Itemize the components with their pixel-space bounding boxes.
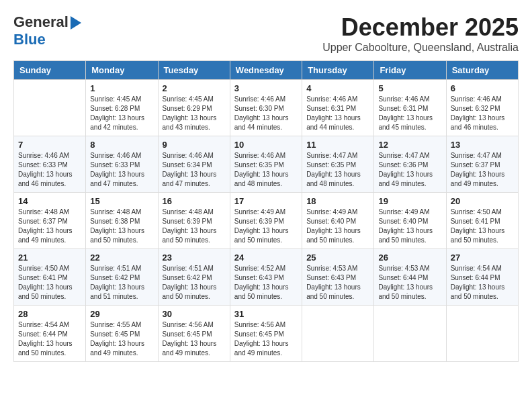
logo-blue: Blue xyxy=(13,31,46,48)
day-number: 6 xyxy=(451,83,514,93)
day-info: Sunrise: 4:48 AM Sunset: 6:39 PM Dayligh… xyxy=(163,208,226,245)
calendar-day-cell xyxy=(446,306,518,362)
day-info: Sunrise: 4:50 AM Sunset: 6:41 PM Dayligh… xyxy=(451,208,514,245)
day-info: Sunrise: 4:51 AM Sunset: 6:42 PM Dayligh… xyxy=(90,264,153,302)
day-number: 22 xyxy=(90,253,153,263)
weekday-header: Sunday xyxy=(14,61,86,80)
calendar-day-cell: 5Sunrise: 4:46 AM Sunset: 6:31 PM Daylig… xyxy=(374,80,446,136)
calendar-day-cell: 14Sunrise: 4:48 AM Sunset: 6:37 PM Dayli… xyxy=(14,193,86,249)
calendar-day-cell: 25Sunrise: 4:53 AM Sunset: 6:43 PM Dayli… xyxy=(302,249,374,306)
calendar-week-row: 14Sunrise: 4:48 AM Sunset: 6:37 PM Dayli… xyxy=(14,193,519,249)
calendar-day-cell: 27Sunrise: 4:54 AM Sunset: 6:44 PM Dayli… xyxy=(446,249,518,306)
calendar-day-cell: 8Sunrise: 4:46 AM Sunset: 6:33 PM Daylig… xyxy=(86,136,158,193)
calendar-day-cell: 13Sunrise: 4:47 AM Sunset: 6:37 PM Dayli… xyxy=(446,136,518,193)
calendar-header-row: SundayMondayTuesdayWednesdayThursdayFrid… xyxy=(14,61,519,80)
day-info: Sunrise: 4:55 AM Sunset: 6:45 PM Dayligh… xyxy=(90,320,153,358)
calendar-day-cell: 21Sunrise: 4:50 AM Sunset: 6:41 PM Dayli… xyxy=(14,249,86,306)
day-number: 27 xyxy=(451,253,514,263)
calendar-day-cell: 31Sunrise: 4:56 AM Sunset: 6:45 PM Dayli… xyxy=(230,306,302,362)
calendar-day-cell: 17Sunrise: 4:49 AM Sunset: 6:39 PM Dayli… xyxy=(230,193,302,249)
day-number: 3 xyxy=(234,83,298,93)
calendar-day-cell: 9Sunrise: 4:46 AM Sunset: 6:34 PM Daylig… xyxy=(158,136,230,193)
day-number: 20 xyxy=(451,196,514,206)
day-number: 31 xyxy=(234,309,298,319)
calendar-day-cell: 19Sunrise: 4:49 AM Sunset: 6:40 PM Dayli… xyxy=(374,193,446,249)
day-number: 29 xyxy=(90,309,153,319)
calendar-week-row: 1Sunrise: 4:45 AM Sunset: 6:28 PM Daylig… xyxy=(14,80,519,136)
day-number: 25 xyxy=(306,253,369,263)
day-info: Sunrise: 4:53 AM Sunset: 6:44 PM Dayligh… xyxy=(378,264,441,302)
calendar-week-row: 21Sunrise: 4:50 AM Sunset: 6:41 PM Dayli… xyxy=(14,249,519,306)
day-info: Sunrise: 4:54 AM Sunset: 6:44 PM Dayligh… xyxy=(18,320,81,358)
day-info: Sunrise: 4:56 AM Sunset: 6:45 PM Dayligh… xyxy=(234,320,298,358)
day-number: 11 xyxy=(306,140,369,150)
day-number: 8 xyxy=(90,140,153,150)
day-info: Sunrise: 4:46 AM Sunset: 6:32 PM Dayligh… xyxy=(451,95,514,132)
logo-general: General xyxy=(13,13,69,31)
day-number: 16 xyxy=(163,196,226,206)
weekday-header: Saturday xyxy=(446,61,518,80)
calendar-week-row: 28Sunrise: 4:54 AM Sunset: 6:44 PM Dayli… xyxy=(14,306,519,362)
day-number: 23 xyxy=(163,253,226,263)
day-info: Sunrise: 4:46 AM Sunset: 6:30 PM Dayligh… xyxy=(234,95,298,132)
day-number: 24 xyxy=(234,253,298,263)
day-info: Sunrise: 4:51 AM Sunset: 6:42 PM Dayligh… xyxy=(163,264,226,302)
calendar-day-cell: 22Sunrise: 4:51 AM Sunset: 6:42 PM Dayli… xyxy=(86,249,158,306)
day-number: 14 xyxy=(18,196,81,206)
page-header: General Blue December 2025 Upper Caboolt… xyxy=(13,13,519,54)
day-number: 7 xyxy=(18,140,81,150)
day-info: Sunrise: 4:46 AM Sunset: 6:31 PM Dayligh… xyxy=(378,95,441,132)
calendar-day-cell: 4Sunrise: 4:46 AM Sunset: 6:31 PM Daylig… xyxy=(302,80,374,136)
calendar-day-cell xyxy=(14,80,86,136)
calendar-day-cell: 1Sunrise: 4:45 AM Sunset: 6:28 PM Daylig… xyxy=(86,80,158,136)
calendar-day-cell xyxy=(302,306,374,362)
day-info: Sunrise: 4:52 AM Sunset: 6:43 PM Dayligh… xyxy=(234,264,298,302)
calendar-day-cell: 28Sunrise: 4:54 AM Sunset: 6:44 PM Dayli… xyxy=(14,306,86,362)
calendar-day-cell: 23Sunrise: 4:51 AM Sunset: 6:42 PM Dayli… xyxy=(158,249,230,306)
calendar-day-cell: 11Sunrise: 4:47 AM Sunset: 6:35 PM Dayli… xyxy=(302,136,374,193)
calendar-day-cell xyxy=(374,306,446,362)
day-number: 13 xyxy=(451,140,514,150)
calendar-day-cell: 16Sunrise: 4:48 AM Sunset: 6:39 PM Dayli… xyxy=(158,193,230,249)
day-info: Sunrise: 4:46 AM Sunset: 6:31 PM Dayligh… xyxy=(306,95,369,132)
calendar-day-cell: 15Sunrise: 4:48 AM Sunset: 6:38 PM Dayli… xyxy=(86,193,158,249)
day-info: Sunrise: 4:54 AM Sunset: 6:44 PM Dayligh… xyxy=(451,264,514,302)
logo-arrow-icon xyxy=(71,16,81,30)
day-info: Sunrise: 4:56 AM Sunset: 6:45 PM Dayligh… xyxy=(163,320,226,358)
day-number: 9 xyxy=(163,140,226,150)
calendar-day-cell: 30Sunrise: 4:56 AM Sunset: 6:45 PM Dayli… xyxy=(158,306,230,362)
page-title: December 2025 xyxy=(322,13,519,42)
title-area: December 2025 Upper Caboolture, Queensla… xyxy=(322,13,519,54)
day-number: 17 xyxy=(234,196,298,206)
day-info: Sunrise: 4:49 AM Sunset: 6:40 PM Dayligh… xyxy=(306,208,369,245)
day-number: 26 xyxy=(378,253,441,263)
day-number: 10 xyxy=(234,140,298,150)
weekday-header: Tuesday xyxy=(158,61,230,80)
day-number: 30 xyxy=(163,309,226,319)
page-subtitle: Upper Caboolture, Queensland, Australia xyxy=(322,42,519,54)
day-info: Sunrise: 4:46 AM Sunset: 6:33 PM Dayligh… xyxy=(18,151,81,189)
day-number: 15 xyxy=(90,196,153,206)
calendar-day-cell: 18Sunrise: 4:49 AM Sunset: 6:40 PM Dayli… xyxy=(302,193,374,249)
day-info: Sunrise: 4:50 AM Sunset: 6:41 PM Dayligh… xyxy=(18,264,81,302)
weekday-header: Wednesday xyxy=(230,61,302,80)
weekday-header: Monday xyxy=(86,61,158,80)
day-info: Sunrise: 4:46 AM Sunset: 6:33 PM Dayligh… xyxy=(90,151,153,189)
day-number: 2 xyxy=(163,83,226,93)
calendar-day-cell: 6Sunrise: 4:46 AM Sunset: 6:32 PM Daylig… xyxy=(446,80,518,136)
calendar-day-cell: 10Sunrise: 4:46 AM Sunset: 6:35 PM Dayli… xyxy=(230,136,302,193)
day-info: Sunrise: 4:49 AM Sunset: 6:39 PM Dayligh… xyxy=(234,208,298,245)
calendar-day-cell: 20Sunrise: 4:50 AM Sunset: 6:41 PM Dayli… xyxy=(446,193,518,249)
day-number: 4 xyxy=(306,83,369,93)
weekday-header: Friday xyxy=(374,61,446,80)
logo: General Blue xyxy=(13,13,81,48)
day-info: Sunrise: 4:46 AM Sunset: 6:35 PM Dayligh… xyxy=(234,151,298,189)
day-info: Sunrise: 4:47 AM Sunset: 6:36 PM Dayligh… xyxy=(378,151,441,189)
day-number: 19 xyxy=(378,196,441,206)
day-number: 1 xyxy=(90,83,153,93)
calendar-week-row: 7Sunrise: 4:46 AM Sunset: 6:33 PM Daylig… xyxy=(14,136,519,193)
calendar-day-cell: 24Sunrise: 4:52 AM Sunset: 6:43 PM Dayli… xyxy=(230,249,302,306)
day-info: Sunrise: 4:48 AM Sunset: 6:38 PM Dayligh… xyxy=(90,208,153,245)
weekday-header: Thursday xyxy=(302,61,374,80)
calendar-day-cell: 12Sunrise: 4:47 AM Sunset: 6:36 PM Dayli… xyxy=(374,136,446,193)
